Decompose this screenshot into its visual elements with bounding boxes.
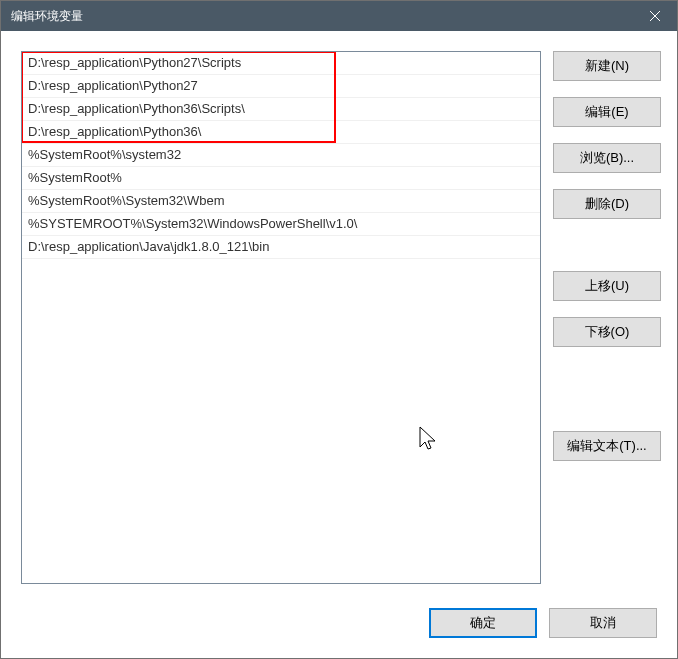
window-title: 编辑环境变量 <box>11 8 83 25</box>
ok-button[interactable]: 确定 <box>429 608 537 638</box>
delete-button[interactable]: 删除(D) <box>553 189 661 219</box>
list-item[interactable]: %SystemRoot%\system32 <box>22 144 540 167</box>
list-item[interactable]: D:\resp_application\Java\jdk1.8.0_121\bi… <box>22 236 540 259</box>
list-item[interactable]: D:\resp_application\Python27 <box>22 75 540 98</box>
spacer <box>553 363 661 415</box>
list-item[interactable]: %SystemRoot%\System32\Wbem <box>22 190 540 213</box>
footer: 确定 取消 <box>1 594 677 658</box>
cancel-button[interactable]: 取消 <box>549 608 657 638</box>
content-area: D:\resp_application\Python27\Scripts D:\… <box>1 31 677 594</box>
list-item[interactable]: %SYSTEMROOT%\System32\WindowsPowerShell\… <box>22 213 540 236</box>
new-button[interactable]: 新建(N) <box>553 51 661 81</box>
close-icon <box>650 11 660 21</box>
edit-button[interactable]: 编辑(E) <box>553 97 661 127</box>
move-up-button[interactable]: 上移(U) <box>553 271 661 301</box>
path-list-container: D:\resp_application\Python27\Scripts D:\… <box>21 51 541 584</box>
move-down-button[interactable]: 下移(O) <box>553 317 661 347</box>
list-item[interactable]: %SystemRoot% <box>22 167 540 190</box>
list-item[interactable]: D:\resp_application\Python36\Scripts\ <box>22 98 540 121</box>
list-item[interactable]: D:\resp_application\Python36\ <box>22 121 540 144</box>
browse-button[interactable]: 浏览(B)... <box>553 143 661 173</box>
spacer <box>553 235 661 255</box>
close-button[interactable] <box>632 1 677 31</box>
edit-text-button[interactable]: 编辑文本(T)... <box>553 431 661 461</box>
dialog-window: 编辑环境变量 D:\resp_application\Python27\Scri… <box>0 0 678 659</box>
titlebar[interactable]: 编辑环境变量 <box>1 1 677 31</box>
button-column: 新建(N) 编辑(E) 浏览(B)... 删除(D) 上移(U) 下移(O) 编… <box>553 51 661 584</box>
list-item[interactable]: D:\resp_application\Python27\Scripts <box>22 52 540 75</box>
path-list[interactable]: D:\resp_application\Python27\Scripts D:\… <box>22 52 540 583</box>
